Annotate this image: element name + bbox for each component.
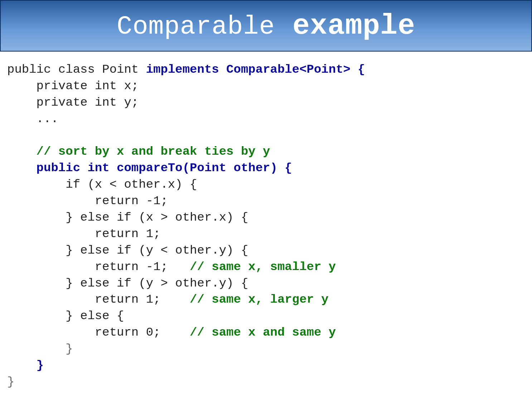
code-line-19: } [7, 359, 44, 372]
code-line-14: } else if (y > other.y) { [7, 277, 248, 290]
code-line-9: return -1; [7, 194, 168, 208]
title-part1: Comparable [117, 12, 275, 42]
code-line-6-comment: // sort by x and break ties by y [7, 145, 270, 158]
code-line-11: return 1; [7, 227, 160, 241]
code-line-4: ... [7, 112, 58, 126]
code-line-10: } else if (x > other.x) { [7, 211, 248, 224]
code-line-1b: implements Comparable<Point> { [146, 63, 365, 76]
title-bar: Comparable example [0, 0, 532, 52]
code-block: public class Point implements Comparable… [0, 52, 532, 390]
code-line-15a: return 1; [7, 293, 190, 306]
code-line-13b-comment: // same x, smaller y [190, 260, 336, 274]
code-line-1a: public class Point [7, 63, 146, 76]
code-line-17b-comment: // same x and same y [190, 326, 336, 339]
title-part2: example [275, 10, 415, 42]
code-line-16: } else { [7, 309, 124, 323]
code-line-18: } [7, 342, 73, 356]
code-line-12: } else if (y < other.y) { [7, 244, 248, 257]
code-line-13a: return -1; [7, 260, 190, 274]
code-line-17a: return 0; [7, 326, 190, 339]
code-line-2: private int x; [7, 79, 139, 93]
code-line-15b-comment: // same x, larger y [190, 293, 329, 306]
slide-title: Comparable example [117, 10, 415, 42]
slide-container: Comparable example public class Point im… [0, 0, 532, 399]
code-line-3: private int y; [7, 96, 139, 109]
code-line-8: if (x < other.x) { [7, 178, 197, 191]
code-line-20: } [7, 375, 14, 389]
code-line-7: public int compareTo(Point other) { [7, 161, 292, 175]
